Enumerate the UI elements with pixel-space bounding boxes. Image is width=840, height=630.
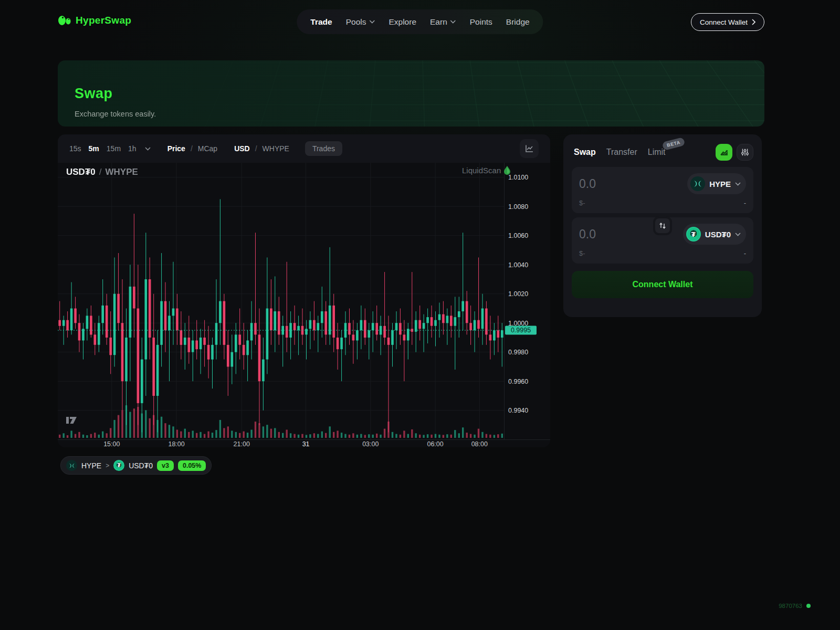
chevron-down-icon xyxy=(450,20,456,24)
svg-text:1.0020: 1.0020 xyxy=(508,290,528,298)
hyperswap-logo-icon xyxy=(58,15,71,26)
liquidscan-watermark: LiquidScan xyxy=(462,166,511,175)
pair-quote: WHYPE xyxy=(105,167,138,177)
tab-limit[interactable]: Limit BETA xyxy=(648,148,666,157)
svg-text:15:00: 15:00 xyxy=(103,440,120,447)
usdt0-token-icon: ₮ xyxy=(686,227,701,242)
status-dot xyxy=(806,604,811,608)
timeframe-5m[interactable]: 5m xyxy=(89,144,99,153)
to-balance: - xyxy=(744,249,746,257)
chart-area: 1.01001.00801.00601.00401.00201.00000.99… xyxy=(58,163,550,447)
toggle-mcap[interactable]: MCap xyxy=(198,144,217,153)
from-token-selector[interactable]: HYPE xyxy=(687,173,746,194)
tradingview-logo xyxy=(66,414,79,424)
to-usd-value: $- xyxy=(579,249,585,257)
area-chart-icon xyxy=(720,148,729,157)
timeframe-15s[interactable]: 15s xyxy=(69,144,81,153)
chart-panel: 15s 5m 15m 1h Price / MCap USD / WHYPE T… xyxy=(58,134,550,447)
nav-item-points[interactable]: Points xyxy=(470,17,492,27)
pool-version-badge: v3 xyxy=(157,460,174,471)
chevron-down-icon xyxy=(735,233,741,236)
svg-text:1.0060: 1.0060 xyxy=(508,232,528,239)
svg-text:1.0080: 1.0080 xyxy=(508,203,528,211)
block-indicator: 9870763 xyxy=(779,603,811,609)
svg-text:31: 31 xyxy=(302,440,310,447)
svg-text:0.9960: 0.9960 xyxy=(508,378,528,385)
nav-item-trade[interactable]: Trade xyxy=(310,17,332,27)
pool-fee-badge: 0.05% xyxy=(178,460,206,471)
swap-from-card: HYPE $- - xyxy=(572,167,753,213)
nav-item-bridge[interactable]: Bridge xyxy=(506,17,530,27)
pair-base: USD₮0 xyxy=(66,167,96,177)
block-number: 9870763 xyxy=(779,603,802,609)
nav-item-earn[interactable]: Earn xyxy=(430,17,456,27)
svg-text:0.9940: 0.9940 xyxy=(508,407,528,414)
usdt0-token-icon: ₮ xyxy=(113,460,124,471)
toggle-usd[interactable]: USD xyxy=(234,144,250,153)
hype-token-icon xyxy=(66,460,77,471)
trades-button[interactable]: Trades xyxy=(305,141,342,156)
line-chart-icon xyxy=(524,144,534,153)
swap-tabs: Swap Transfer Limit BETA xyxy=(572,144,753,161)
tab-swap[interactable]: Swap xyxy=(574,148,596,157)
main-nav: Trade Pools Explore Earn Points Bridge xyxy=(297,9,543,34)
sliders-icon xyxy=(741,148,749,156)
hype-token-icon xyxy=(690,176,705,191)
chevron-down-icon xyxy=(369,20,375,24)
nav-item-pools[interactable]: Pools xyxy=(346,17,375,27)
chart-toggle-button[interactable] xyxy=(716,144,732,161)
from-amount-input[interactable] xyxy=(579,177,668,191)
toggle-whype[interactable]: WHYPE xyxy=(262,144,289,153)
timeframe-15m[interactable]: 15m xyxy=(107,144,121,153)
timeframe-more-dropdown[interactable] xyxy=(145,147,151,151)
pool-from-token: HYPE xyxy=(81,461,101,470)
svg-text:1.0100: 1.0100 xyxy=(508,174,528,181)
svg-text:08:00: 08:00 xyxy=(471,440,488,447)
swap-panel: Swap Transfer Limit BETA xyxy=(563,134,762,317)
droplet-icon xyxy=(503,166,511,175)
svg-text:21:00: 21:00 xyxy=(234,440,250,447)
chart-toolbar: 15s 5m 15m 1h Price / MCap USD / WHYPE T… xyxy=(58,134,550,163)
page-title: Swap xyxy=(75,86,113,102)
pool-to-token: USD₮0 xyxy=(129,461,153,470)
page-subtitle: Exchange tokens easily. xyxy=(75,110,156,118)
connect-wallet-button-swap[interactable]: Connect Wallet xyxy=(572,271,753,298)
svg-text:0.9980: 0.9980 xyxy=(508,349,528,356)
toggle-price[interactable]: Price xyxy=(167,144,185,153)
toggle-separator: / xyxy=(191,144,193,153)
chart-pair-title: USD₮0 / WHYPE xyxy=(66,167,138,177)
brand-name: HyperSwap xyxy=(76,15,131,26)
to-token-selector[interactable]: ₮ USD₮0 xyxy=(683,224,746,245)
toggle-separator: / xyxy=(255,144,257,153)
settings-button[interactable] xyxy=(737,144,753,161)
svg-text:18:00: 18:00 xyxy=(168,440,184,447)
from-usd-value: $- xyxy=(579,199,585,207)
timeframe-1h[interactable]: 1h xyxy=(128,144,136,153)
svg-text:0.9995: 0.9995 xyxy=(511,327,531,334)
hero-banner: Swap Exchange tokens easily. xyxy=(58,60,764,127)
hero-grid-pattern xyxy=(58,60,764,127)
chevron-down-icon xyxy=(145,147,151,151)
svg-text:1.0040: 1.0040 xyxy=(508,261,528,269)
swap-arrows-icon xyxy=(659,222,666,229)
nav-item-explore[interactable]: Explore xyxy=(388,17,416,27)
connect-wallet-button-header[interactable]: Connect Wallet xyxy=(691,13,764,31)
brand[interactable]: HyperSwap xyxy=(58,15,131,26)
svg-text:03:00: 03:00 xyxy=(362,440,379,447)
beta-badge: BETA xyxy=(662,137,685,151)
chevron-down-icon xyxy=(735,182,741,186)
flip-direction-button[interactable] xyxy=(653,216,672,235)
from-balance: - xyxy=(744,199,746,207)
chart-type-button[interactable] xyxy=(520,139,539,158)
svg-text:06:00: 06:00 xyxy=(427,440,443,447)
selected-pool-pill[interactable]: HYPE > ₮ USD₮0 v3 0.05% xyxy=(60,456,212,475)
chevron-right-icon xyxy=(752,19,755,25)
price-chart[interactable]: 1.01001.00801.00601.00401.00201.00000.99… xyxy=(58,163,550,447)
pool-arrow: > xyxy=(106,462,109,469)
tab-transfer[interactable]: Transfer xyxy=(606,148,637,157)
